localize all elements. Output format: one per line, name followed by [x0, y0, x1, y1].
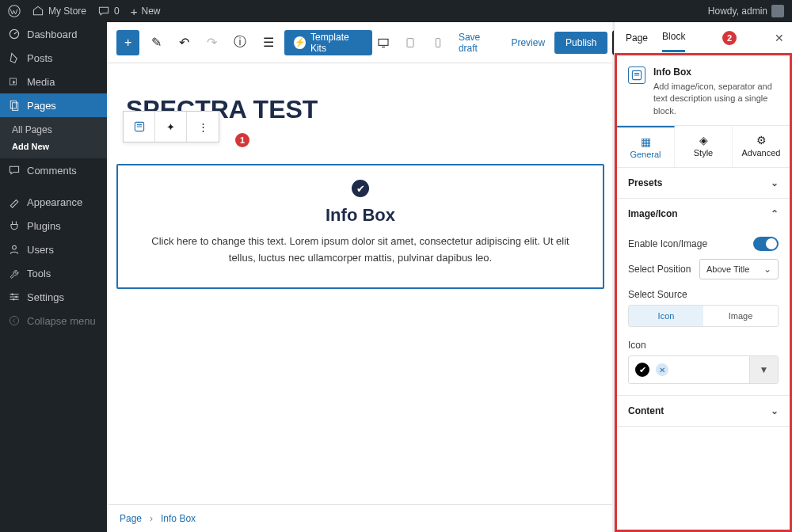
new-link[interactable]: + New — [131, 5, 161, 18]
chevron-down-icon: ⌄ — [771, 405, 779, 416]
position-select[interactable]: Above Title⌄ — [699, 259, 779, 279]
sidebar-item-posts[interactable]: Posts — [0, 46, 107, 70]
wp-logo[interactable] — [8, 5, 21, 17]
info-icon: ⓘ — [234, 34, 246, 51]
breadcrumb-leaf[interactable]: Info Box — [161, 513, 196, 524]
source-option-image[interactable]: Image — [703, 306, 778, 326]
howdy-link[interactable]: Howdy, admin — [708, 5, 784, 17]
svg-rect-10 — [379, 39, 388, 45]
sidebar-item-users[interactable]: Users — [0, 238, 107, 261]
edit-mode-button[interactable]: ✎ — [144, 30, 167, 55]
info-box-icon — [628, 66, 645, 84]
svg-rect-11 — [407, 38, 413, 47]
block-more-button[interactable]: ⋮ — [187, 112, 219, 142]
sidebar-item-label: Appearance — [27, 196, 82, 208]
icon-picker: ✔ ✕ ▼ — [628, 355, 779, 384]
preview-mobile[interactable] — [426, 30, 448, 55]
list-view-button[interactable]: ☰ — [257, 30, 280, 55]
sidebar-item-label: Settings — [27, 291, 64, 303]
layout-icon: ▦ — [617, 135, 674, 148]
icon-picker-dropdown[interactable]: ▼ — [749, 356, 778, 383]
site-name: My Store — [48, 6, 86, 17]
subtab-general[interactable]: ▦General — [617, 126, 675, 167]
tab-page[interactable]: Page — [626, 25, 648, 51]
save-draft-button[interactable]: Save draft — [454, 32, 502, 54]
svg-rect-2 — [10, 78, 16, 85]
publish-button[interactable]: Publish — [554, 32, 607, 54]
enable-icon-toggle[interactable] — [753, 237, 779, 251]
block-style-button[interactable]: ✦ — [155, 112, 187, 142]
block-toolbar: ✦ ⋮ — [123, 111, 219, 142]
sidebar-item-label: Users — [27, 244, 54, 256]
site-link[interactable]: My Store — [32, 5, 86, 17]
sidebar-item-label: Pages — [27, 100, 56, 112]
subtab-label: Style — [694, 148, 713, 158]
section-image-icon-toggle[interactable]: Image/Icon ⌃ — [617, 199, 790, 229]
info-button[interactable]: ⓘ — [229, 30, 252, 55]
clear-icon-button[interactable]: ✕ — [656, 363, 668, 376]
block-icon-preview: ✔ — [352, 180, 369, 197]
block-type-button[interactable] — [124, 112, 155, 142]
block-title: Info Box — [653, 66, 779, 78]
sidebar-item-appearance[interactable]: Appearance — [0, 190, 107, 214]
template-kits-label: Template Kits — [310, 32, 363, 54]
sidebar-item-settings[interactable]: Settings — [0, 285, 107, 309]
subtab-label: Advanced — [742, 148, 781, 158]
wand-icon: ✦ — [166, 121, 175, 133]
select-value: Above Title — [706, 264, 749, 274]
diamond-icon: ◈ — [675, 134, 732, 146]
info-box-text[interactable]: Click here to change this text. Lorem ip… — [139, 234, 582, 267]
svg-point-9 — [10, 316, 18, 325]
howdy-text: Howdy, admin — [708, 6, 767, 17]
sidebar-sub-all-pages[interactable]: All Pages — [12, 121, 107, 139]
source-option-icon[interactable]: Icon — [629, 306, 703, 326]
sidebar-item-plugins[interactable]: Plugins — [0, 214, 107, 238]
section-presets-toggle[interactable]: Presets ⌄ — [617, 168, 790, 198]
icon-label: Icon — [628, 340, 779, 351]
info-box-heading[interactable]: Info Box — [139, 205, 582, 226]
preview-button[interactable]: Preview — [506, 37, 550, 48]
kebab-icon: ⋮ — [198, 121, 208, 133]
breadcrumb-root[interactable]: Page — [120, 513, 142, 524]
source-button-group: Icon Image — [628, 305, 779, 327]
sidebar-item-comments[interactable]: Comments — [0, 158, 107, 182]
pencil-icon: ✎ — [151, 35, 162, 50]
editor-canvas[interactable]: SPECTRA TEST ✦ ⋮ 1 ✔ Info Box Click here… — [109, 63, 612, 504]
tab-block[interactable]: Block — [662, 23, 685, 52]
panel-tabs: Page Block 2 ✕ — [615, 22, 792, 54]
source-label: Select Source — [628, 289, 779, 300]
annotation-badge-2: 2 — [722, 31, 737, 45]
comments-link[interactable]: 0 — [97, 5, 120, 17]
subtab-style[interactable]: ◈Style — [675, 126, 733, 167]
subtab-advanced[interactable]: ⚙Advanced — [733, 126, 790, 167]
undo-button[interactable]: ↶ — [173, 30, 196, 55]
sidebar-item-dashboard[interactable]: Dashboard — [0, 22, 107, 46]
redo-button[interactable]: ↷ — [200, 30, 223, 55]
sidebar-item-pages[interactable]: Pages — [0, 93, 107, 117]
svg-point-6 — [11, 294, 13, 295]
svg-rect-4 — [13, 103, 18, 111]
sidebar-item-label: Tools — [27, 268, 51, 279]
sidebar-item-label: Posts — [27, 52, 53, 64]
block-desc: Add image/icon, separator and text descr… — [653, 81, 779, 117]
sidebar-item-tools[interactable]: Tools — [0, 261, 107, 285]
chevron-down-icon: ⌄ — [771, 177, 779, 188]
inserter-button[interactable]: + — [116, 30, 139, 55]
preview-tablet[interactable] — [399, 30, 421, 55]
chevron-down-icon: ⌄ — [763, 264, 771, 275]
sidebar-sub-add-new[interactable]: Add New — [12, 139, 107, 154]
info-box-block[interactable]: ✔ Info Box Click here to change this tex… — [116, 164, 604, 289]
section-title: Presets — [628, 177, 662, 188]
preview-desktop[interactable] — [372, 30, 394, 55]
section-presets: Presets ⌄ — [617, 168, 790, 199]
sidebar-collapse[interactable]: Collapse menu — [0, 309, 107, 332]
new-label: New — [141, 6, 160, 17]
section-content-toggle[interactable]: Content ⌄ — [617, 396, 790, 426]
sidebar-item-label: Comments — [27, 165, 77, 177]
plus-icon: + — [124, 36, 131, 50]
template-kits-button[interactable]: ⚡Template Kits — [284, 30, 371, 55]
gear-icon: ⚙ — [733, 134, 790, 146]
close-panel-button[interactable]: ✕ — [775, 32, 784, 44]
svg-rect-3 — [10, 101, 16, 108]
sidebar-item-media[interactable]: Media — [0, 70, 107, 93]
